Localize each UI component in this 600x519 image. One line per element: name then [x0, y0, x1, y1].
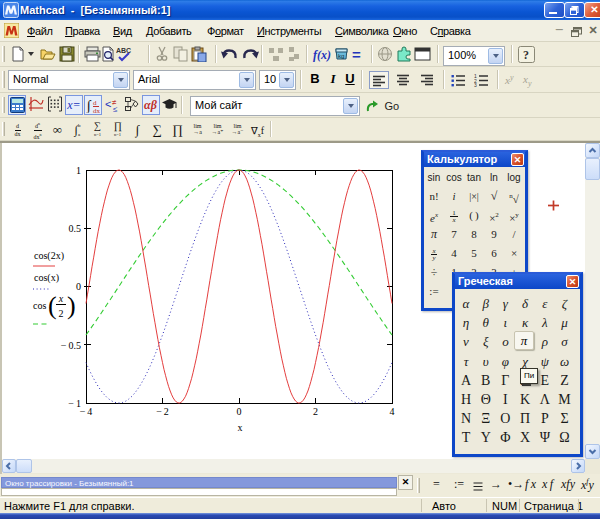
- svg-text:− 4: − 4: [80, 406, 93, 417]
- svg-text:cos: cos: [33, 300, 46, 311]
- svg-text:cos(x): cos(x): [34, 272, 59, 284]
- svg-text:x: x: [58, 293, 64, 304]
- svg-text:(: (: [48, 291, 57, 320]
- svg-text:≤: ≤: [113, 105, 118, 112]
- svg-text:4: 4: [390, 406, 395, 417]
- svg-text:dx: dx: [93, 107, 101, 114]
- svg-text:cos(2x): cos(2x): [34, 250, 64, 262]
- svg-text:kg: kg: [338, 53, 344, 59]
- svg-text:0: 0: [237, 406, 242, 417]
- svg-text:− 0.5: − 0.5: [61, 340, 81, 351]
- svg-text:x: x: [238, 422, 243, 433]
- svg-text:∫: ∫: [86, 98, 92, 113]
- svg-text:0: 0: [76, 281, 81, 292]
- svg-text:3: 3: [474, 82, 477, 88]
- svg-text:2: 2: [59, 308, 64, 319]
- svg-text:): ): [67, 291, 76, 320]
- svg-text:2: 2: [313, 406, 318, 417]
- svg-text:1: 1: [76, 165, 81, 176]
- svg-text:− 2: − 2: [156, 406, 169, 417]
- svg-text:?: ?: [523, 48, 529, 62]
- svg-text:<: <: [105, 98, 111, 110]
- svg-text:0.5: 0.5: [69, 223, 82, 234]
